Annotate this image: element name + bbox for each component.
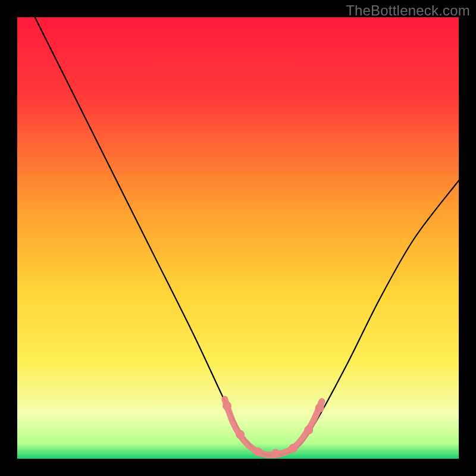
highlight-dot	[236, 430, 245, 439]
highlight-dot	[315, 403, 324, 412]
highlight-dot	[253, 447, 262, 456]
watermark-text: TheBottleneck.com	[346, 2, 470, 19]
gradient-background	[17, 17, 459, 459]
highlight-dot	[304, 425, 313, 434]
highlight-dot	[223, 401, 231, 410]
plot-area	[17, 17, 459, 459]
highlight-dot	[271, 449, 280, 458]
bottleneck-chart	[17, 17, 459, 459]
chart-frame: TheBottleneck.com	[0, 0, 476, 476]
highlight-dot	[289, 444, 298, 453]
